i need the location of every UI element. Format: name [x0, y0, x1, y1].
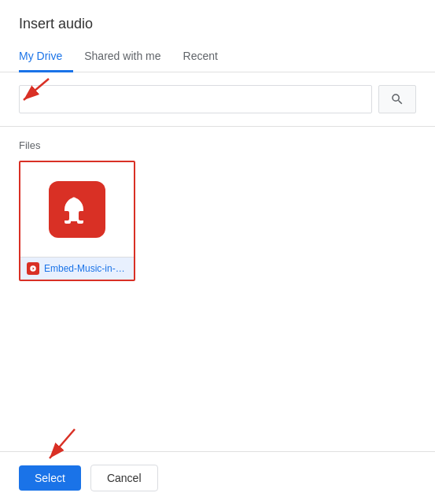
files-grid: Embed-Music-in-Goo... — [0, 161, 435, 281]
small-audio-icon — [29, 265, 37, 272]
file-name-row: Embed-Music-in-Goo... — [20, 257, 134, 280]
file-name: Embed-Music-in-Goo... — [44, 263, 127, 274]
audio-file-icon — [49, 181, 105, 238]
search-button[interactable] — [378, 85, 416, 113]
file-type-icon — [27, 262, 39, 275]
search-input[interactable] — [19, 85, 372, 113]
search-icon — [390, 92, 404, 106]
file-preview — [20, 162, 134, 257]
divider — [0, 126, 435, 127]
file-card[interactable]: Embed-Music-in-Goo... — [19, 161, 135, 281]
tab-bar: My Drive Shared with me Recent — [0, 42, 435, 72]
search-area — [0, 72, 435, 126]
dialog-title: Insert audio — [0, 0, 435, 42]
select-button[interactable]: Select — [19, 465, 81, 491]
tab-shared-with-me[interactable]: Shared with me — [73, 42, 171, 72]
cancel-button[interactable]: Cancel — [90, 465, 158, 491]
tab-my-drive[interactable]: My Drive — [19, 42, 73, 72]
dialog-footer: Select Cancel — [0, 451, 435, 504]
tab-recent[interactable]: Recent — [172, 42, 229, 72]
headphone-icon — [60, 194, 94, 225]
files-section-label: Files — [0, 136, 435, 161]
